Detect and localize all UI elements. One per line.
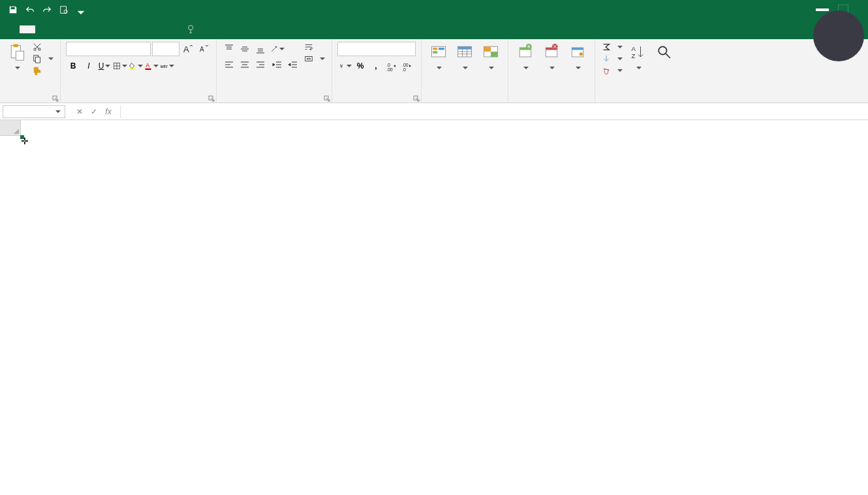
preview-icon[interactable]: [56, 2, 72, 18]
svg-rect-28: [433, 48, 437, 50]
merge-center-button[interactable]: [303, 54, 326, 64]
find-select-button[interactable]: [653, 42, 676, 64]
tell-me-search[interactable]: [187, 25, 200, 34]
percent-icon[interactable]: %: [353, 59, 367, 73]
svg-text:.00: .00: [386, 67, 393, 71]
increase-font-icon[interactable]: A: [181, 42, 195, 56]
border-icon[interactable]: [113, 59, 127, 73]
title-bar: [0, 0, 868, 20]
undo-icon[interactable]: [22, 2, 38, 18]
number-launcher-icon[interactable]: [413, 95, 420, 101]
tab-file[interactable]: [4, 25, 20, 33]
clipboard-launcher-icon[interactable]: [52, 95, 59, 101]
formula-input[interactable]: [121, 105, 868, 118]
tab-powerpivot[interactable]: [161, 25, 176, 33]
format-cells-button[interactable]: [566, 42, 589, 73]
bold-icon[interactable]: B: [66, 59, 80, 73]
wrap-text-button[interactable]: [303, 42, 326, 52]
group-font: A A B I U A wén: [61, 39, 217, 103]
copy-button[interactable]: [31, 54, 55, 64]
comma-icon[interactable]: ,: [369, 59, 383, 73]
underline-icon[interactable]: U: [97, 59, 112, 73]
group-label-styles: [427, 99, 503, 101]
delete-cells-button[interactable]: [540, 42, 563, 73]
group-clipboard: [0, 39, 61, 103]
svg-rect-4: [14, 44, 18, 47]
svg-rect-29: [433, 51, 437, 54]
svg-rect-35: [491, 52, 498, 57]
tab-insert[interactable]: [35, 25, 51, 33]
group-alignment: [217, 39, 332, 103]
align-top-icon[interactable]: [222, 42, 236, 56]
format-painter-button[interactable]: [31, 65, 55, 76]
svg-rect-16: [146, 69, 151, 70]
formula-bar: ✕ ✓ fx: [0, 103, 868, 120]
tab-view[interactable]: [114, 25, 129, 33]
group-label-clipboard: [5, 99, 55, 101]
clear-button[interactable]: [600, 65, 624, 76]
save-icon[interactable]: [5, 2, 21, 18]
font-name-select[interactable]: [66, 42, 151, 56]
font-size-select[interactable]: [152, 42, 179, 56]
paste-button[interactable]: [5, 42, 29, 73]
svg-text:.0: .0: [402, 67, 406, 71]
decrease-font-icon[interactable]: A: [196, 42, 211, 56]
font-launcher-icon[interactable]: [208, 95, 215, 101]
fill-button[interactable]: [600, 54, 624, 64]
quick-access-toolbar: [0, 2, 94, 18]
svg-rect-32: [458, 46, 472, 49]
group-editing: AZ: [595, 39, 681, 103]
fx-icon[interactable]: fx: [102, 105, 115, 118]
align-center-icon[interactable]: [238, 57, 252, 72]
sort-filter-button[interactable]: AZ: [627, 42, 650, 73]
cursor-icon: ✛: [21, 136, 29, 146]
fill-color-icon[interactable]: [129, 59, 143, 73]
svg-text:A: A: [632, 45, 636, 52]
increase-indent-icon[interactable]: [286, 57, 300, 72]
group-cells: [508, 39, 595, 103]
align-middle-icon[interactable]: [238, 42, 252, 56]
cancel-icon[interactable]: ✕: [73, 105, 86, 118]
decrease-indent-icon[interactable]: [270, 57, 285, 72]
redo-icon[interactable]: [39, 2, 55, 18]
font-color-icon[interactable]: A: [144, 59, 159, 73]
autosum-button[interactable]: [600, 42, 624, 52]
menu-bar: [0, 20, 868, 39]
table-format-button[interactable]: [453, 42, 476, 73]
increase-decimal-icon[interactable]: .0.00: [384, 59, 399, 73]
svg-point-2: [189, 25, 193, 30]
svg-rect-30: [439, 48, 444, 50]
cell-styles-button[interactable]: [479, 42, 503, 73]
orientation-icon[interactable]: [270, 42, 285, 56]
svg-text:.0: .0: [386, 63, 390, 67]
decrease-decimal-icon[interactable]: .00.0: [400, 59, 414, 73]
svg-point-46: [659, 46, 666, 54]
tab-help[interactable]: [145, 25, 161, 33]
svg-rect-34: [484, 46, 491, 52]
login-button[interactable]: [816, 8, 829, 11]
tab-data[interactable]: [82, 25, 98, 33]
tab-home[interactable]: [20, 25, 35, 33]
svg-text:A: A: [146, 62, 149, 69]
qat-dropdown-icon[interactable]: [73, 2, 89, 18]
cut-button[interactable]: [31, 42, 55, 52]
phonetic-icon[interactable]: wén: [160, 59, 174, 73]
align-right-icon[interactable]: [253, 57, 268, 72]
tab-layout[interactable]: [51, 25, 67, 33]
align-bottom-icon[interactable]: [253, 42, 268, 56]
svg-text:Z: Z: [632, 52, 636, 59]
conditional-format-button[interactable]: [427, 42, 450, 73]
tab-review[interactable]: [98, 25, 114, 33]
number-format-select[interactable]: [337, 42, 416, 56]
alignment-launcher-icon[interactable]: [324, 95, 330, 101]
name-box[interactable]: [3, 105, 65, 118]
ribbon: A A B I U A wén: [0, 39, 868, 103]
accounting-icon[interactable]: ￥: [337, 59, 352, 73]
italic-icon[interactable]: I: [82, 59, 96, 73]
enter-icon[interactable]: ✓: [87, 105, 101, 118]
select-all-corner[interactable]: [0, 120, 21, 136]
tab-formulas[interactable]: [67, 25, 82, 33]
align-left-icon[interactable]: [222, 57, 236, 72]
tab-developer[interactable]: [129, 25, 145, 33]
insert-cells-button[interactable]: [514, 42, 537, 73]
